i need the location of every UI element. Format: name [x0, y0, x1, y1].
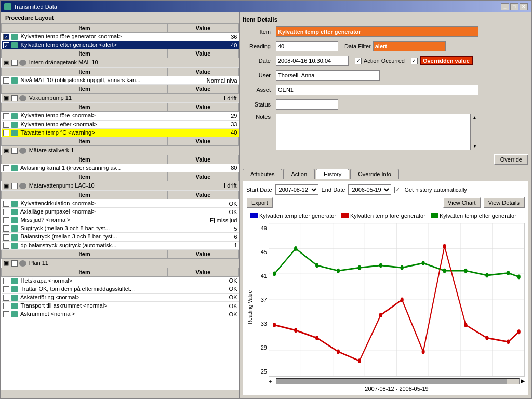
- horizontal-scrollbar[interactable]: [1, 390, 239, 398]
- notes-textarea[interactable]: [276, 114, 470, 150]
- group-row[interactable]: ▣ Mätare ställverk 1: [2, 145, 239, 155]
- table-row[interactable]: Balanstryck (mellan 3 och 8 bar, tyst...…: [2, 233, 239, 241]
- date-label: Date: [243, 58, 274, 64]
- table-row[interactable]: Transport till askrummet <normal> OK: [2, 301, 239, 310]
- x-scroll-left-icon[interactable]: +: [269, 378, 272, 384]
- table-row[interactable]: Axialläge pumpaxel <normal> OK: [2, 208, 239, 216]
- minimize-button[interactable]: _: [501, 3, 509, 10]
- table-row[interactable]: Kylvatten temp före generator <normal> 3…: [2, 33, 239, 41]
- group-value: I drift: [167, 181, 238, 190]
- overridden-checkbox[interactable]: ✓: [411, 58, 418, 64]
- asset-input[interactable]: [276, 85, 478, 95]
- maximize-button[interactable]: □: [510, 3, 518, 10]
- expand-icon[interactable]: ▣: [4, 182, 9, 189]
- table-row[interactable]: Nivå MAL 10 (obligatorisk uppgift, annar…: [2, 76, 239, 85]
- tree-area[interactable]: Item Value Kylvatten temp före generator…: [1, 23, 239, 390]
- row-checkbox[interactable]: [3, 42, 9, 48]
- table-row[interactable]: Avläsning kanal 1 (kräver scanning av...…: [2, 164, 239, 172]
- row-checkbox[interactable]: [3, 77, 9, 84]
- group-checkbox[interactable]: [11, 95, 18, 101]
- action-occurred-checkbox[interactable]: ✓: [355, 58, 362, 64]
- group-row[interactable]: ▣ Matarvattenpump LAC-10 I drift: [2, 181, 239, 190]
- row-checkbox[interactable]: [3, 243, 9, 249]
- item-cell: Nivå MAL 10 (obligatorisk uppgift, annar…: [2, 76, 168, 85]
- row-checkbox[interactable]: [3, 311, 9, 317]
- user-input[interactable]: [276, 70, 380, 81]
- group-checkbox[interactable]: [11, 260, 18, 267]
- table-row[interactable]: Hetskrapa <normal> OK: [2, 276, 239, 285]
- value-cell: OK: [167, 200, 238, 208]
- row-checkbox[interactable]: [3, 225, 9, 232]
- row-checkbox[interactable]: [3, 295, 9, 301]
- group-row[interactable]: ▣ Vakuumpump 11 I drift: [2, 94, 239, 103]
- legend-item-2: Kylvatten temp före generator: [341, 212, 425, 219]
- group-row[interactable]: ▣ Plan 11: [2, 258, 239, 268]
- item-cell: Tätvatten temp °C <warning>: [2, 128, 168, 137]
- group-checkbox[interactable]: [11, 148, 18, 154]
- close-button[interactable]: ✕: [520, 3, 528, 10]
- table-row[interactable]: Kylvatten temp efter <normal> 33: [2, 120, 239, 128]
- x-scroll-minus-icon[interactable]: -: [273, 378, 275, 384]
- row-checkbox[interactable]: [3, 130, 9, 136]
- override-button[interactable]: Override: [494, 154, 528, 165]
- row-checkbox[interactable]: [3, 201, 9, 207]
- scroll-down-icon[interactable]: ▼: [471, 142, 479, 150]
- y-axis-label-container: Reading Value: [246, 223, 254, 392]
- table-row[interactable]: Trattar OK, töm dem på eftermiddagsskift…: [2, 285, 239, 293]
- table-row[interactable]: Kylvatten temp efter generator <alert> 4…: [2, 41, 239, 49]
- get-history-checkbox[interactable]: ✓: [394, 187, 401, 193]
- expand-icon[interactable]: ▣: [4, 260, 9, 266]
- expand-icon[interactable]: ▣: [4, 95, 9, 101]
- table-row[interactable]: dp balanstryck-sugtryck (automatisk... 1: [2, 241, 239, 249]
- status-input[interactable]: [276, 99, 338, 110]
- tab-history[interactable]: History: [316, 169, 349, 179]
- row-checkbox[interactable]: [3, 278, 9, 284]
- view-chart-button[interactable]: View Chart: [443, 197, 481, 208]
- row-checkbox[interactable]: [3, 217, 9, 223]
- x-scrollbar[interactable]: [276, 378, 520, 384]
- tab-action[interactable]: Action: [283, 169, 315, 179]
- group-row[interactable]: ▣ Intern dränagetank MAL 10: [2, 58, 239, 68]
- row-checkbox[interactable]: [3, 122, 9, 128]
- table-row[interactable]: Missljud? <normal> Ej missljud: [2, 216, 239, 224]
- end-date-select[interactable]: 2006-05-19: [348, 184, 391, 195]
- table-row[interactable]: Kylvatten temp före <normal> 29: [2, 112, 239, 120]
- export-button[interactable]: Export: [246, 197, 273, 208]
- group-checkbox[interactable]: [11, 183, 18, 189]
- group-checkbox[interactable]: [11, 60, 18, 66]
- table-row[interactable]: Kylvattencirkulation <normal> OK: [2, 200, 239, 208]
- expand-icon[interactable]: ▣: [4, 59, 9, 65]
- header-row-7: Item Value: [2, 155, 239, 164]
- item-cell: Hetskrapa <normal>: [2, 276, 168, 285]
- view-details-button[interactable]: View Details: [483, 197, 525, 208]
- data-filter-input[interactable]: [373, 41, 446, 51]
- green-dot: [337, 269, 340, 273]
- date-input[interactable]: [276, 56, 349, 66]
- tab-attributes[interactable]: Attributes: [243, 169, 282, 179]
- start-date-select[interactable]: 2007-08-12: [275, 184, 318, 195]
- item-icon: [11, 243, 18, 249]
- row-checkbox[interactable]: [3, 286, 9, 292]
- green-dot: [358, 265, 361, 270]
- left-panel-title: Procedure Layout: [1, 12, 239, 23]
- row-checkbox[interactable]: [3, 303, 9, 309]
- notes-scrollbar[interactable]: ▲ ▼: [470, 114, 478, 150]
- tab-override-info[interactable]: Override Info: [350, 169, 399, 179]
- row-checkbox[interactable]: [3, 165, 9, 171]
- scroll-up-icon[interactable]: ▲: [471, 114, 478, 122]
- row-checkbox[interactable]: [3, 209, 9, 215]
- table-row[interactable]: Sugtryck (mellan 3 och 8 bar, tyst... 5: [2, 224, 239, 233]
- table-row[interactable]: Askåterföring <normal> OK: [2, 293, 239, 301]
- expand-icon[interactable]: ▣: [4, 147, 9, 153]
- reading-input[interactable]: [276, 41, 338, 51]
- table-row[interactable]: Askrummet <normal> OK: [2, 310, 239, 318]
- x-scroll-right-icon[interactable]: ▶: [521, 378, 525, 384]
- table-row[interactable]: Tätvatten temp °C <warning> 40: [2, 128, 239, 137]
- row-checkbox[interactable]: [3, 234, 9, 241]
- row-checkbox[interactable]: [3, 34, 9, 40]
- row-checkbox[interactable]: [3, 113, 9, 119]
- overridden-value-button[interactable]: Overridden value: [420, 56, 473, 65]
- legend-label-1: Kylvatten temp efter generator: [259, 212, 336, 219]
- value-cell: 29: [167, 112, 238, 120]
- item-input[interactable]: [276, 26, 478, 37]
